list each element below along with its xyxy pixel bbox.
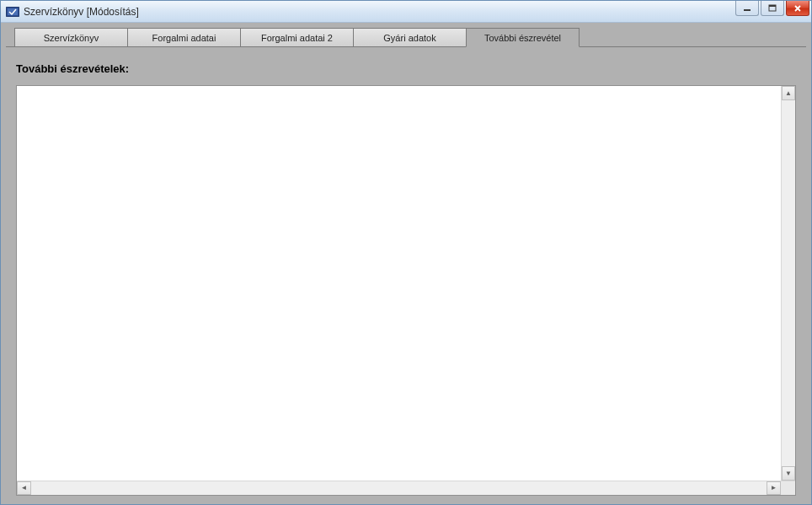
tab-label: Gyári adatok [383,33,435,43]
svg-rect-2 [744,9,751,11]
app-icon [6,6,19,18]
content-area: Szervízkönyv Forgalmi adatai Forgalmi ad… [1,23,811,504]
chevron-right-icon: ► [771,485,777,492]
maximize-button[interactable] [761,1,784,16]
scroll-left-button[interactable]: ◄ [17,481,31,495]
tab-label: További észrevétel [484,33,561,43]
minimize-button[interactable] [735,1,759,16]
app-window: Szervízkönyv [Módosítás] [0,0,812,505]
window-title: Szervízkönyv [Módosítás] [24,6,734,18]
tab-panel-tovabbi-eszrevetel: További észrevételek: ▲ ▼ [6,46,806,504]
remarks-textarea[interactable] [17,86,781,481]
tab-forgalmi-adatai[interactable]: Forgalmi adatai [127,28,241,46]
tab-strip: Szervízkönyv Forgalmi adatai Forgalmi ad… [14,28,806,46]
horizontal-scrollbar[interactable]: ◄ ► [17,481,795,495]
section-label: További észrevételek: [16,62,796,75]
window-controls [734,1,811,22]
scroll-right-button[interactable]: ► [767,481,781,495]
tab-szervizkonyv[interactable]: Szervízkönyv [14,28,128,46]
tab-forgalmi-adatai-2[interactable]: Forgalmi adatai 2 [240,28,354,46]
chevron-up-icon: ▲ [785,90,792,97]
scroll-corner [781,481,795,495]
scroll-down-button[interactable]: ▼ [782,466,795,481]
tab-gyari-adatok[interactable]: Gyári adatok [353,28,467,46]
textarea-inner: ▲ ▼ [17,86,795,481]
vertical-scrollbar[interactable]: ▲ ▼ [781,86,795,481]
close-button[interactable] [786,1,809,16]
scroll-up-button[interactable]: ▲ [782,86,795,100]
titlebar: Szervízkönyv [Módosítás] [1,1,811,23]
svg-rect-4 [769,5,776,7]
tab-tovabbi-eszrevetel[interactable]: További észrevétel [466,28,580,47]
horizontal-scroll-track[interactable] [31,481,767,495]
vertical-scroll-track[interactable] [782,100,795,466]
chevron-down-icon: ▼ [785,470,792,477]
chevron-left-icon: ◄ [21,485,28,492]
tab-label: Szervízkönyv [44,33,99,43]
tab-label: Forgalmi adatai 2 [261,33,333,43]
tab-label: Forgalmi adatai [152,33,216,43]
remarks-textarea-container: ▲ ▼ ◄ ► [16,85,796,496]
